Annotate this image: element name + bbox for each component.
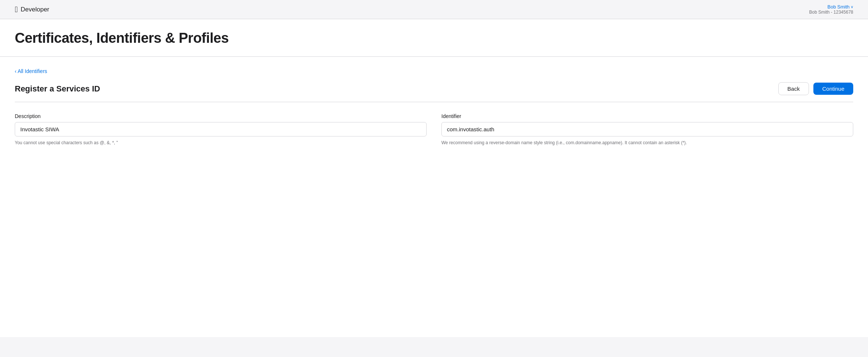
description-hint: You cannot use special characters such a… bbox=[15, 139, 427, 146]
identifier-label: Identifier bbox=[441, 113, 853, 119]
back-arrow-icon: ‹ bbox=[15, 68, 17, 74]
section-header: Register a Services ID Back Continue bbox=[15, 82, 853, 102]
continue-button[interactable]: Continue bbox=[813, 83, 853, 95]
all-identifiers-link[interactable]: ‹ All Identifiers bbox=[15, 68, 47, 74]
identifier-input[interactable] bbox=[441, 122, 853, 136]
main-content: ‹ All Identifiers Register a Services ID… bbox=[0, 57, 868, 337]
identifier-hint: We recommend using a reverse-domain name… bbox=[441, 139, 853, 146]
apple-logo-icon:  bbox=[15, 6, 18, 14]
page-title: Certificates, Identifiers & Profiles bbox=[15, 30, 853, 46]
identifier-group: Identifier We recommend using a reverse-… bbox=[441, 113, 853, 146]
description-input[interactable] bbox=[15, 122, 427, 136]
nav-user-name-label: Bob Smith bbox=[827, 4, 850, 10]
form-row: Description You cannot use special chara… bbox=[15, 113, 853, 146]
top-nav:  Developer Bob Smith ∨ Bob Smith - 1234… bbox=[0, 0, 868, 19]
nav-logo:  Developer bbox=[15, 6, 49, 14]
description-label: Description bbox=[15, 113, 427, 119]
section-buttons: Back Continue bbox=[778, 82, 853, 95]
description-group: Description You cannot use special chara… bbox=[15, 113, 427, 146]
nav-user-account: Bob Smith - 12345678 bbox=[809, 10, 853, 15]
back-button[interactable]: Back bbox=[778, 82, 809, 95]
nav-user-name[interactable]: Bob Smith ∨ bbox=[809, 4, 853, 10]
all-identifiers-label: All Identifiers bbox=[18, 68, 47, 74]
chevron-down-icon: ∨ bbox=[851, 5, 853, 9]
nav-logo-text: Developer bbox=[21, 6, 49, 13]
page-header: Certificates, Identifiers & Profiles bbox=[0, 19, 868, 57]
nav-user[interactable]: Bob Smith ∨ Bob Smith - 12345678 bbox=[809, 4, 853, 15]
section-title: Register a Services ID bbox=[15, 84, 100, 94]
